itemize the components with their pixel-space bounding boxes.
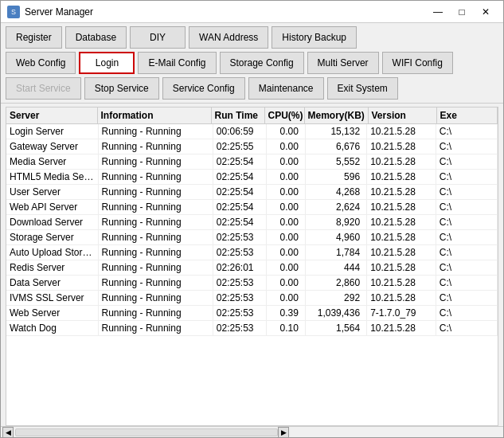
server-table-container: Server Information Run Time CPU(%) Memor…: [6, 107, 498, 426]
toolbar-row-1: Register Database DIY WAN Address Histor…: [6, 26, 498, 49]
cell-cpu: 0.00: [267, 276, 306, 290]
toolbar: Register Database DIY WAN Address Histor…: [1, 23, 503, 104]
diy-button[interactable]: DIY: [130, 26, 186, 49]
wifi-config-button[interactable]: WIFI Config: [382, 52, 453, 74]
table-body: Login Server Running - Running 00:06:59 …: [6, 124, 498, 425]
table-row[interactable]: HTML5 Media Server Running - Running 02:…: [6, 170, 498, 185]
cell-cpu: 0.39: [267, 306, 306, 320]
table-row[interactable]: Download Server Running - Running 02:25:…: [6, 215, 498, 230]
cell-runtime: 02:25:54: [213, 200, 268, 214]
cell-info: Running - Running: [99, 170, 213, 184]
table-row[interactable]: Storage Server Running - Running 02:25:5…: [6, 230, 498, 245]
title-bar: S Server Manager — □ ✕: [1, 1, 503, 23]
cell-memory: 15,132: [306, 124, 367, 139]
table-row[interactable]: Gateway Server Running - Running 02:25:5…: [6, 139, 498, 154]
cell-memory: 4,960: [306, 230, 367, 244]
web-config-button[interactable]: Web Config: [6, 52, 76, 74]
cell-cpu: 0.00: [267, 154, 306, 169]
multi-server-button[interactable]: Multi Server: [307, 52, 379, 74]
col-header-cpu: CPU(%): [265, 108, 305, 123]
cell-info: Running - Running: [99, 139, 213, 154]
cell-info: Running - Running: [99, 200, 213, 214]
cell-server: Media Server: [6, 154, 99, 169]
cell-cpu: 0.00: [267, 215, 306, 229]
cell-version: 10.21.5.28: [367, 139, 436, 154]
storage-config-button[interactable]: Storage Config: [220, 52, 304, 74]
database-button[interactable]: Database: [65, 26, 127, 49]
register-button[interactable]: Register: [6, 26, 62, 49]
table-row[interactable]: User Server Running - Running 02:25:54 0…: [6, 185, 498, 200]
cell-version: 10.21.5.28: [367, 215, 436, 229]
cell-server: Data Server: [6, 276, 99, 290]
cell-cpu: 0.00: [267, 139, 306, 154]
table-row[interactable]: Auto Upload Storage S... Running - Runni…: [6, 245, 498, 260]
cell-runtime: 02:25:54: [213, 154, 268, 169]
col-header-exe: Exe: [437, 108, 498, 123]
stop-service-button[interactable]: Stop Service: [84, 77, 159, 100]
cell-info: Running - Running: [99, 245, 213, 260]
email-config-button[interactable]: E-Mail Config: [138, 52, 216, 74]
cell-cpu: 0.00: [267, 245, 306, 260]
cell-info: Running - Running: [99, 291, 213, 305]
cell-memory: 2,624: [306, 200, 367, 214]
cell-exe: C:\: [436, 230, 498, 244]
cell-runtime: 02:25:54: [213, 215, 268, 229]
cell-server: Login Server: [6, 124, 99, 139]
cell-cpu: 0.10: [267, 321, 306, 335]
scroll-right-button[interactable]: ▶: [278, 427, 289, 438]
cell-memory: 8,920: [306, 215, 367, 229]
table-row[interactable]: Redis Server Running - Running 02:26:01 …: [6, 260, 498, 276]
login-button[interactable]: Login: [79, 52, 135, 74]
cell-server: HTML5 Media Server: [6, 170, 99, 184]
table-row[interactable]: Watch Dog Running - Running 02:25:53 0.1…: [6, 321, 498, 336]
cell-version: 10.21.5.28: [367, 154, 436, 169]
col-header-server: Server: [6, 108, 98, 123]
cell-memory: 1,564: [306, 321, 367, 335]
exit-system-button[interactable]: Exit System: [327, 77, 398, 100]
horizontal-scrollbar[interactable]: [15, 428, 278, 436]
cell-exe: C:\: [436, 276, 498, 290]
cell-version: 10.21.5.28: [367, 291, 436, 305]
wan-address-button[interactable]: WAN Address: [189, 26, 268, 49]
cell-version: 10.21.5.28: [367, 245, 436, 260]
cell-memory: 4,268: [306, 185, 367, 199]
minimize-button[interactable]: —: [427, 4, 449, 20]
history-backup-button[interactable]: History Backup: [272, 26, 357, 49]
table-row[interactable]: Web Server Running - Running 02:25:53 0.…: [6, 306, 498, 321]
cell-cpu: 0.00: [267, 124, 306, 139]
title-buttons: — □ ✕: [427, 4, 497, 20]
start-service-button[interactable]: Start Service: [6, 77, 81, 100]
scrollbar-area: ◀ ▶: [1, 426, 503, 437]
cell-memory: 1,784: [306, 245, 367, 260]
cell-runtime: 02:25:53: [213, 230, 268, 244]
scroll-left-button[interactable]: ◀: [2, 427, 14, 438]
cell-cpu: 0.00: [267, 230, 306, 244]
table-row[interactable]: Web API Server Running - Running 02:25:5…: [6, 200, 498, 215]
maximize-button[interactable]: □: [451, 4, 473, 20]
cell-version: 7-1.7.0_79: [367, 306, 436, 320]
maintenance-button[interactable]: Maintenance: [248, 77, 324, 100]
cell-cpu: 0.00: [267, 185, 306, 199]
cell-memory: 596: [306, 170, 367, 184]
app-icon: S: [7, 6, 20, 18]
cell-runtime: 02:25:53: [213, 276, 268, 290]
col-header-memory: Memory(KB): [305, 108, 369, 123]
cell-exe: C:\: [436, 200, 498, 214]
cell-server: User Server: [6, 185, 99, 199]
cell-cpu: 0.00: [267, 260, 306, 275]
cell-memory: 444: [306, 260, 367, 275]
close-button[interactable]: ✕: [475, 4, 497, 20]
service-config-button[interactable]: Service Config: [162, 77, 245, 100]
cell-server: Watch Dog: [6, 321, 99, 335]
cell-version: 10.21.5.28: [367, 260, 436, 275]
cell-version: 10.21.5.28: [367, 185, 436, 199]
cell-info: Running - Running: [99, 230, 213, 244]
table-row[interactable]: Media Server Running - Running 02:25:54 …: [6, 154, 498, 170]
table-row[interactable]: Data Server Running - Running 02:25:53 0…: [6, 276, 498, 291]
toolbar-row-3: Start Service Stop Service Service Confi…: [6, 77, 498, 100]
cell-runtime: 02:25:55: [213, 139, 268, 154]
table-row[interactable]: Login Server Running - Running 00:06:59 …: [6, 124, 498, 139]
cell-info: Running - Running: [99, 260, 213, 275]
cell-cpu: 0.00: [267, 291, 306, 305]
table-row[interactable]: IVMS SSL Server Running - Running 02:25:…: [6, 291, 498, 306]
